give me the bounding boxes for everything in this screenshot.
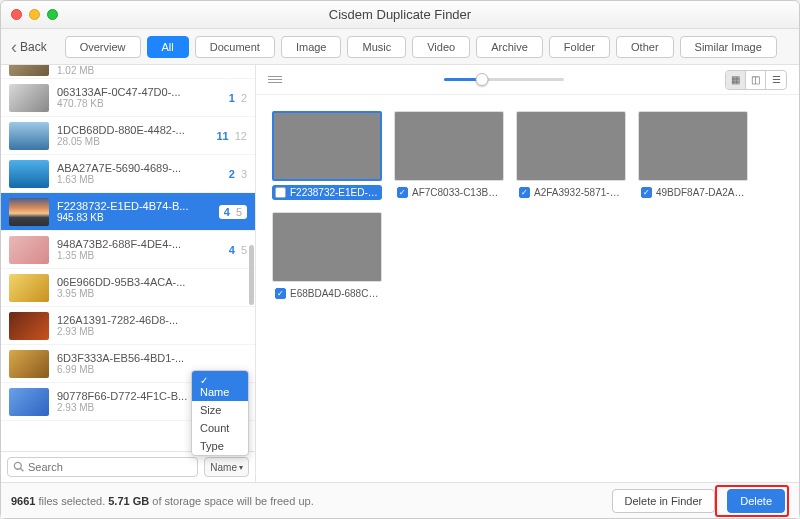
- status-text: 9661 files selected. 5.71 GB of storage …: [11, 495, 604, 507]
- sidebar: 1.02 MB063133AF-0C47-47D0-...470.78 KB12…: [1, 65, 256, 482]
- window-title: Cisdem Duplicate Finder: [1, 7, 799, 22]
- view-mode-grid-small[interactable]: ◫: [746, 71, 766, 89]
- file-thumbnail[interactable]: [272, 212, 382, 282]
- delete-highlight: Delete: [715, 485, 789, 517]
- file-caption: 49BDF8A7-DA2A-...: [638, 185, 748, 200]
- list-options-icon[interactable]: [268, 76, 282, 83]
- duplicate-group-row[interactable]: 948A73B2-688F-4DE4-...1.35 MB45: [1, 231, 255, 269]
- group-thumbnail: [9, 236, 49, 264]
- chevron-updown-icon: ▾: [239, 463, 243, 472]
- file-checkbox[interactable]: [641, 187, 652, 198]
- group-size: 470.78 KB: [57, 98, 221, 109]
- group-counts: 1112: [217, 130, 248, 142]
- file-checkbox[interactable]: [397, 187, 408, 198]
- view-mode-list[interactable]: ☰: [766, 71, 786, 89]
- tab-archive[interactable]: Archive: [476, 36, 543, 58]
- file-tile[interactable]: 49BDF8A7-DA2A-...: [638, 111, 748, 200]
- category-tabs: OverviewAllDocumentImageMusicVideoArchiv…: [65, 36, 777, 58]
- toolbar: Back OverviewAllDocumentImageMusicVideoA…: [1, 29, 799, 65]
- group-size: 945.83 KB: [57, 212, 211, 223]
- view-mode-grid-large[interactable]: ▦: [726, 71, 746, 89]
- group-name: 6D3F333A-EB56-4BD1-...: [57, 352, 247, 364]
- duplicate-group-row[interactable]: 1DCB68DD-880E-4482-...28.05 MB1112: [1, 117, 255, 155]
- file-caption: AF7C8033-C13B-4...: [394, 185, 504, 200]
- file-tile[interactable]: F2238732-E1ED-4...: [272, 111, 382, 200]
- duplicate-group-row[interactable]: 06E966DD-95B3-4ACA-...3.95 MB: [1, 269, 255, 307]
- search-area: Name▾ NameSizeCountType: [1, 451, 255, 482]
- duplicate-group-row[interactable]: F2238732-E1ED-4B74-B...945.83 KB45: [1, 193, 255, 231]
- sort-button[interactable]: Name▾: [204, 457, 249, 477]
- tab-folder[interactable]: Folder: [549, 36, 610, 58]
- sort-menu: NameSizeCountType: [191, 370, 249, 456]
- group-size: 1.35 MB: [57, 250, 221, 261]
- sort-option-name[interactable]: Name: [192, 371, 248, 401]
- app-window: Cisdem Duplicate Finder Back OverviewAll…: [0, 0, 800, 519]
- duplicate-group-row[interactable]: 063133AF-0C47-47D0-...470.78 KB12: [1, 79, 255, 117]
- sort-option-type[interactable]: Type: [192, 437, 248, 455]
- group-thumbnail: [9, 160, 49, 188]
- group-size: 1.63 MB: [57, 174, 221, 185]
- group-size: 2.93 MB: [57, 326, 247, 337]
- group-size: 28.05 MB: [57, 136, 209, 147]
- freed-size: 5.71 GB: [108, 495, 149, 507]
- group-name: 948A73B2-688F-4DE4-...: [57, 238, 221, 250]
- group-thumbnail: [9, 84, 49, 112]
- file-tile[interactable]: E68BDA4D-688C-...: [272, 212, 382, 301]
- group-counts: 45: [229, 244, 247, 256]
- file-name: F2238732-E1ED-4...: [290, 187, 379, 198]
- tab-similar-image[interactable]: Similar Image: [680, 36, 777, 58]
- group-counts: 23: [229, 168, 247, 180]
- file-checkbox[interactable]: [519, 187, 530, 198]
- delete-in-finder-button[interactable]: Delete in Finder: [612, 489, 716, 513]
- svg-line-1: [21, 469, 24, 472]
- file-name: 49BDF8A7-DA2A-...: [656, 187, 745, 198]
- titlebar: Cisdem Duplicate Finder: [1, 1, 799, 29]
- file-thumbnail[interactable]: [516, 111, 626, 181]
- group-thumbnail: [9, 388, 49, 416]
- tab-video[interactable]: Video: [412, 36, 470, 58]
- file-caption: A2FA3932-5871-4...: [516, 185, 626, 200]
- content-area: 1.02 MB063133AF-0C47-47D0-...470.78 KB12…: [1, 65, 799, 482]
- group-name: 126A1391-7282-46D8-...: [57, 314, 247, 326]
- tab-all[interactable]: All: [147, 36, 189, 58]
- duplicate-group-row[interactable]: ABA27A7E-5690-4689-...1.63 MB23: [1, 155, 255, 193]
- file-thumbnail[interactable]: [394, 111, 504, 181]
- thumbnail-size-slider[interactable]: [444, 78, 564, 81]
- group-thumbnail: [9, 198, 49, 226]
- sort-option-count[interactable]: Count: [192, 419, 248, 437]
- tab-document[interactable]: Document: [195, 36, 275, 58]
- file-thumbnail[interactable]: [272, 111, 382, 181]
- search-icon: [13, 461, 24, 472]
- scrollbar-thumb[interactable]: [249, 245, 254, 305]
- group-name: 1DCB68DD-880E-4482-...: [57, 124, 209, 136]
- sort-option-size[interactable]: Size: [192, 401, 248, 419]
- tab-other[interactable]: Other: [616, 36, 674, 58]
- back-button[interactable]: Back: [11, 40, 47, 54]
- file-caption: F2238732-E1ED-4...: [272, 185, 382, 200]
- thumbnail-grid: F2238732-E1ED-4...AF7C8033-C13B-4...A2FA…: [256, 95, 799, 482]
- duplicate-group-row[interactable]: 1.02 MB: [1, 65, 255, 79]
- view-mode-segmented: ▦◫☰: [725, 70, 787, 90]
- thumbnail-size-slider-wrap: [294, 78, 713, 81]
- tab-overview[interactable]: Overview: [65, 36, 141, 58]
- file-tile[interactable]: A2FA3932-5871-4...: [516, 111, 626, 200]
- file-name: E68BDA4D-688C-...: [290, 288, 379, 299]
- group-name: 063133AF-0C47-47D0-...: [57, 86, 221, 98]
- file-caption: E68BDA4D-688C-...: [272, 286, 382, 301]
- file-checkbox[interactable]: [275, 187, 286, 198]
- file-tile[interactable]: AF7C8033-C13B-4...: [394, 111, 504, 200]
- file-checkbox[interactable]: [275, 288, 286, 299]
- tab-music[interactable]: Music: [347, 36, 406, 58]
- group-counts: 45: [219, 205, 247, 219]
- main-toolbar: ▦◫☰: [256, 65, 799, 95]
- duplicate-group-row[interactable]: 126A1391-7282-46D8-...2.93 MB: [1, 307, 255, 345]
- group-thumbnail: [9, 122, 49, 150]
- svg-point-0: [14, 462, 21, 469]
- file-thumbnail[interactable]: [638, 111, 748, 181]
- file-name: AF7C8033-C13B-4...: [412, 187, 501, 198]
- slider-knob[interactable]: [475, 73, 488, 86]
- delete-button[interactable]: Delete: [727, 489, 785, 513]
- tab-image[interactable]: Image: [281, 36, 342, 58]
- group-name: ABA27A7E-5690-4689-...: [57, 162, 221, 174]
- search-input[interactable]: [7, 457, 198, 477]
